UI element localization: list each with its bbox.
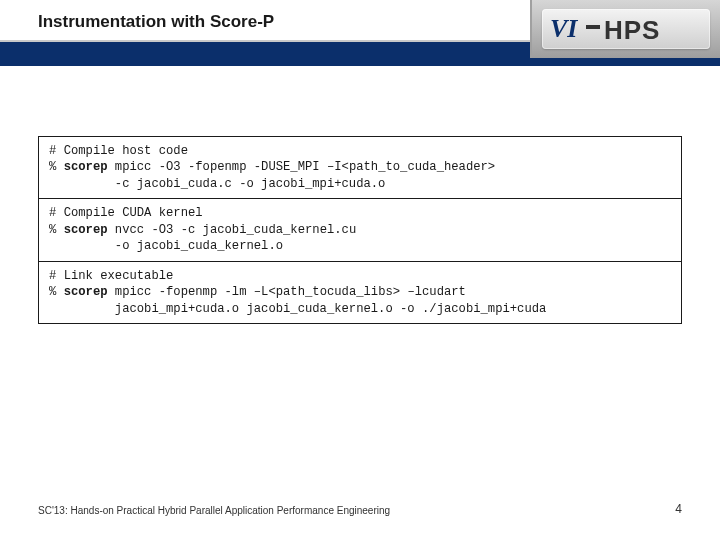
code-line: nvcc -O3 -c jacobi_cuda_kernel.cu — [108, 223, 357, 237]
code-line: -o jacobi_cuda_kernel.o — [49, 239, 283, 253]
content-area: # Compile host code % scorep mpicc -O3 -… — [38, 136, 682, 324]
code-comment: # Compile host code — [49, 144, 188, 158]
code-line: mpicc -fopenmp -lm –L<path_tocuda_libs> … — [108, 285, 466, 299]
code-prompt: % — [49, 160, 64, 174]
code-line: mpicc -O3 -fopenmp -DUSE_MPI –I<path_to_… — [108, 160, 496, 174]
code-block-link: # Link executable % scorep mpicc -fopenm… — [38, 261, 682, 324]
logo-vi: VI — [550, 14, 578, 43]
code-line: -c jacobi_cuda.c -o jacobi_mpi+cuda.o — [49, 177, 385, 191]
logo-hps: HPS — [604, 15, 660, 45]
code-comment: # Link executable — [49, 269, 173, 283]
slide-title: Instrumentation with Score-P — [38, 12, 274, 32]
code-block-compile-host: # Compile host code % scorep mpicc -O3 -… — [38, 136, 682, 198]
vi-hps-logo: VI HPS — [542, 9, 710, 49]
code-block-compile-kernel: # Compile CUDA kernel % scorep nvcc -O3 … — [38, 198, 682, 260]
code-scorep: scorep — [64, 223, 108, 237]
footer-text: SC'13: Hands-on Practical Hybrid Paralle… — [38, 505, 390, 516]
code-scorep: scorep — [64, 160, 108, 174]
page-number: 4 — [675, 502, 682, 516]
code-prompt: % — [49, 223, 64, 237]
code-line: jacobi_mpi+cuda.o jacobi_cuda_kernel.o -… — [49, 302, 546, 316]
code-prompt: % — [49, 285, 64, 299]
code-scorep: scorep — [64, 285, 108, 299]
vi-hps-logo-icon: VI HPS — [550, 11, 702, 47]
slide-header: Instrumentation with Score-P VI HPS — [0, 0, 720, 58]
logo-dash-icon — [586, 25, 600, 29]
logo-container: VI HPS — [530, 0, 720, 58]
code-comment: # Compile CUDA kernel — [49, 206, 203, 220]
